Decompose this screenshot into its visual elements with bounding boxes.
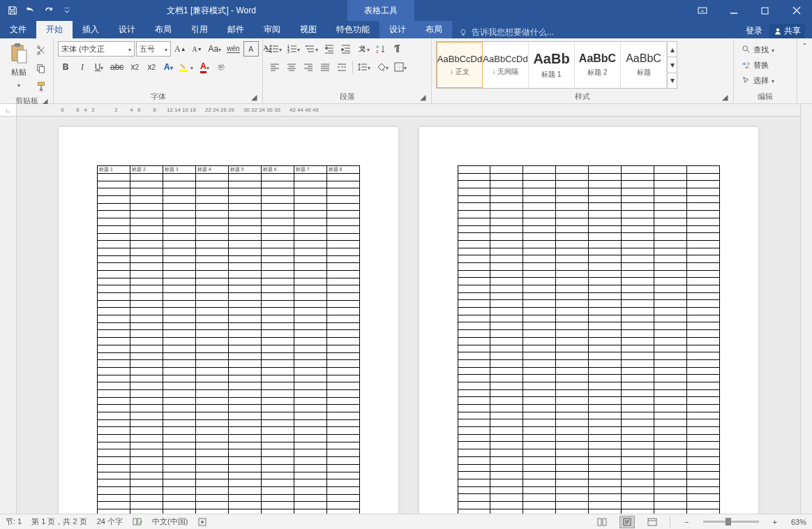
table-row[interactable] (458, 322, 720, 330)
table-row[interactable] (98, 382, 360, 390)
table-row[interactable] (458, 181, 720, 188)
tab-review[interactable]: 审阅 (254, 21, 290, 38)
table-row[interactable] (458, 315, 720, 322)
status-macro[interactable] (197, 517, 207, 527)
table-row[interactable] (98, 263, 360, 271)
status-words[interactable]: 24 个字 (97, 516, 123, 527)
replace-button[interactable]: abac替换 (741, 58, 776, 72)
select-button[interactable]: 选择 (741, 73, 776, 87)
gallery-up[interactable]: ▴ (668, 42, 677, 57)
table-row[interactable] (98, 188, 360, 196)
table-row[interactable] (458, 300, 720, 308)
table-row[interactable] (458, 419, 720, 427)
table-row[interactable] (98, 352, 360, 360)
style-heading1[interactable]: AaBb标题 1 (529, 42, 575, 88)
table-row[interactable] (458, 389, 720, 397)
table-row[interactable] (98, 181, 360, 188)
subscript-button[interactable]: x2 (127, 59, 142, 75)
numbering-button[interactable]: 123 (285, 41, 302, 57)
table-header[interactable]: 标题 7 (294, 166, 326, 174)
table-row[interactable] (458, 285, 720, 293)
style-heading2[interactable]: AaBbC标题 2 (575, 42, 621, 88)
table-row[interactable] (98, 211, 360, 218)
table-row[interactable] (458, 486, 720, 494)
text-direction-button[interactable]: 文 (355, 41, 372, 57)
table-row[interactable] (98, 308, 360, 315)
table-row[interactable] (98, 233, 360, 241)
page-1[interactable]: 标题 1标题 2标题 3标题 4标题 5标题 6标题 7标题 8 (59, 127, 398, 514)
tab-mailings[interactable]: 邮件 (218, 21, 254, 38)
document-table-2[interactable] (458, 165, 721, 514)
underline-button[interactable]: U (91, 59, 107, 75)
table-row[interactable] (458, 501, 720, 509)
table-row[interactable] (458, 412, 720, 419)
tab-special[interactable]: 特色功能 (326, 21, 379, 38)
distribute-button[interactable] (334, 59, 349, 75)
maximize-button[interactable] (749, 0, 781, 21)
tab-view[interactable]: 视图 (290, 21, 326, 38)
print-layout-button[interactable] (619, 516, 635, 528)
justify-button[interactable] (317, 59, 333, 75)
sort-button[interactable]: AZ (373, 41, 389, 57)
table-row[interactable] (98, 486, 360, 494)
read-mode-button[interactable] (594, 516, 610, 528)
tab-selector[interactable]: ∟ (0, 104, 16, 117)
table-row[interactable] (98, 174, 360, 181)
cut-button[interactable] (33, 43, 49, 58)
login-link[interactable]: 登录 (746, 25, 762, 37)
table-row[interactable] (458, 472, 720, 479)
font-launcher[interactable]: ◢ (250, 93, 258, 101)
table-row[interactable] (458, 278, 720, 285)
table-row[interactable] (458, 427, 720, 435)
table-row[interactable] (98, 248, 360, 255)
table-row[interactable] (458, 262, 720, 270)
font-family-combo[interactable]: 宋体 (中文正 (58, 41, 135, 57)
table-row[interactable] (98, 241, 360, 248)
table-row[interactable] (98, 322, 360, 330)
shading-button[interactable] (374, 59, 391, 75)
style-nospacing[interactable]: AaBbCcDd↓ 无间隔 (483, 42, 529, 88)
table-row[interactable] (98, 203, 360, 211)
font-size-combo[interactable]: 五号 (136, 41, 171, 57)
indent-button[interactable] (338, 41, 354, 57)
table-row[interactable] (98, 218, 360, 226)
align-center-button[interactable] (284, 59, 299, 75)
table-row[interactable] (458, 456, 720, 464)
line-spacing-button[interactable] (356, 59, 373, 75)
table-row[interactable] (98, 419, 360, 427)
table-row[interactable] (458, 464, 720, 472)
table-row[interactable] (458, 330, 720, 338)
table-row[interactable] (98, 278, 360, 285)
pages-container[interactable]: 标题 1标题 2标题 3标题 4标题 5标题 6标题 7标题 8 (17, 117, 800, 514)
tab-table-design[interactable]: 设计 (379, 21, 416, 38)
table-row[interactable] (458, 382, 720, 389)
tab-file[interactable]: 文件 (0, 21, 36, 38)
superscript-button[interactable]: x2 (144, 59, 159, 75)
shrink-font-button[interactable]: A▼ (190, 41, 205, 57)
horizontal-ruler[interactable]: 8642246812141618222426283032343638424446… (17, 104, 800, 117)
bold-button[interactable]: B (58, 59, 73, 75)
table-row[interactable] (98, 464, 360, 472)
font-color-button[interactable]: A (197, 59, 212, 75)
table-row[interactable] (98, 405, 360, 412)
format-painter-button[interactable] (33, 79, 49, 94)
table-row[interactable] (458, 248, 720, 255)
table-row[interactable] (458, 188, 720, 196)
table-row[interactable] (98, 345, 360, 352)
vertical-ruler[interactable]: ∟ (0, 104, 17, 514)
table-row[interactable] (458, 203, 720, 211)
copy-button[interactable] (33, 61, 49, 76)
status-language[interactable]: 中文(中国) (152, 516, 188, 527)
document-table[interactable]: 标题 1标题 2标题 3标题 4标题 5标题 6标题 7标题 8 (97, 165, 360, 514)
minimize-button[interactable] (718, 0, 749, 21)
table-row[interactable] (98, 442, 360, 449)
grow-font-button[interactable]: A▲ (172, 41, 188, 57)
table-row[interactable] (458, 509, 720, 514)
table-row[interactable] (458, 233, 720, 241)
redo-button[interactable] (40, 2, 57, 19)
zoom-slider[interactable] (703, 521, 759, 523)
table-row[interactable] (458, 195, 720, 203)
table-row[interactable] (98, 196, 360, 204)
table-row[interactable] (458, 308, 720, 315)
table-row[interactable] (458, 292, 720, 300)
